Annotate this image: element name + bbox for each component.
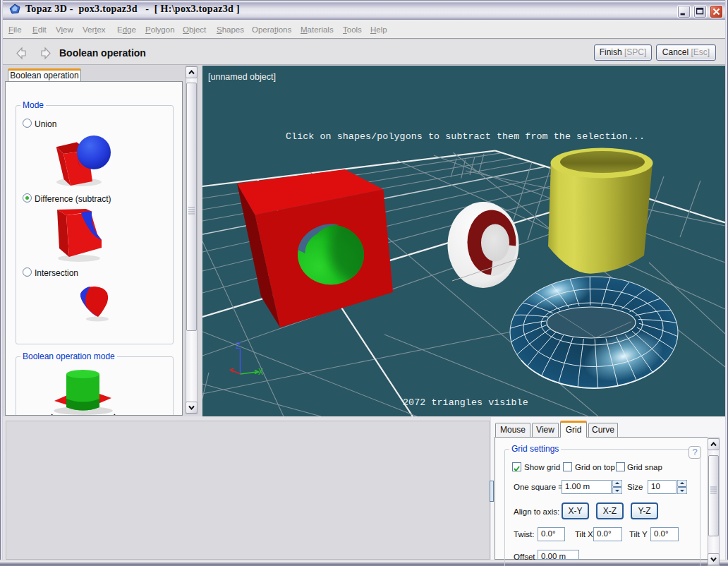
svg-text:X: X <box>258 368 263 378</box>
svg-text:Z: Z <box>236 341 241 351</box>
